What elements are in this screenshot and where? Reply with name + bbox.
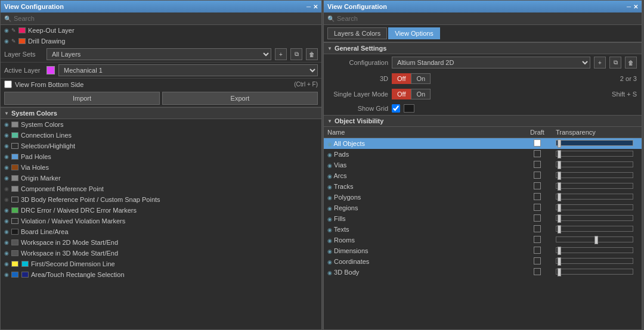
configuration-select[interactable]: Altium Standard 2D (392, 57, 590, 69)
left-pin-btn[interactable]: ─ (306, 4, 311, 10)
list-item[interactable]: ◉ Violation / Waived Violation Markers (1, 216, 321, 226)
visibility-eye[interactable]: ◉ (4, 261, 9, 267)
3d-on-btn[interactable]: On (411, 73, 431, 84)
export-button[interactable]: Export (162, 92, 318, 105)
single-layer-on-btn[interactable]: On (411, 89, 431, 99)
table-row[interactable]: ◉ Vias (324, 160, 642, 170)
view-from-bottom-checkbox[interactable] (4, 80, 12, 88)
visibility-eye[interactable]: ◉ (4, 143, 9, 149)
transparency-slider[interactable] (556, 204, 633, 210)
tab-view-options[interactable]: View Options (388, 27, 440, 39)
visibility-eye[interactable]: ◉ (4, 132, 9, 138)
table-row[interactable]: ◉ Texts (324, 224, 642, 235)
draft-checkbox[interactable] (534, 247, 541, 254)
layer-sets-copy-btn[interactable]: ⧉ (290, 48, 302, 60)
table-row[interactable]: ◉ Arcs (324, 170, 642, 181)
visibility-eye[interactable]: ◉ (4, 218, 9, 224)
list-item[interactable]: ◉ Workspace in 2D Mode Start/End (1, 237, 321, 248)
table-row[interactable]: ◉ Pads (324, 149, 642, 160)
transparency-slider[interactable] (556, 269, 633, 275)
list-item[interactable]: ◉ Origin Marker (1, 173, 321, 183)
table-row[interactable]: ◉ Fills (324, 213, 642, 224)
list-item[interactable]: ◉ DRC Error / Waived DRC Error Markers (1, 205, 321, 216)
import-button[interactable]: Import (4, 92, 160, 105)
obj-draft (522, 160, 552, 170)
table-row[interactable]: ◉ Polygons (324, 192, 642, 203)
visibility-eye[interactable]: ◉ (4, 122, 9, 127)
table-row[interactable]: ◉ 3D Body (324, 267, 642, 278)
visibility-eye[interactable]: ◉ (4, 197, 9, 203)
table-row[interactable]: ◉ Regions (324, 203, 642, 213)
transparency-slider[interactable] (556, 247, 633, 253)
list-item[interactable]: ◉ Area/Touch Rectangle Selection (1, 269, 321, 280)
list-item[interactable]: ◉ First/Second Dimension Line (1, 259, 321, 269)
right-search-input[interactable] (337, 15, 638, 22)
config-save-btn[interactable]: + (594, 57, 606, 69)
draft-checkbox[interactable] (534, 193, 541, 200)
show-grid-checkbox[interactable] (392, 104, 400, 113)
visibility-eye[interactable]: ◉ (4, 229, 9, 235)
transparency-slider[interactable] (556, 236, 633, 242)
config-copy-btn[interactable]: ⧉ (609, 57, 621, 69)
config-delete-btn[interactable]: 🗑 (625, 57, 637, 69)
list-item[interactable]: ◉ Component Reference Point (1, 183, 321, 194)
transparency-slider[interactable] (556, 194, 633, 200)
left-search-input[interactable] (14, 15, 318, 22)
visibility-eye[interactable]: ◉ (4, 38, 9, 44)
draft-checkbox[interactable] (534, 150, 541, 157)
layer-sets-add-btn[interactable]: + (275, 48, 287, 60)
visibility-eye[interactable]: ◉ (4, 154, 9, 160)
draft-checkbox[interactable] (534, 204, 541, 211)
draft-checkbox[interactable] (534, 225, 541, 232)
draft-checkbox[interactable] (534, 139, 541, 147)
list-item[interactable]: ◉ ✎ Drill Drawing (1, 36, 321, 46)
list-item[interactable]: ◉ Board Line/Area (1, 226, 321, 237)
list-item[interactable]: ◉ Via Holes (1, 162, 321, 173)
visibility-eye[interactable]: ◉ (4, 207, 9, 213)
table-row[interactable]: ◉ Coordinates (324, 256, 642, 267)
layer-sets-select[interactable]: All Layers (47, 48, 271, 60)
list-item[interactable]: ◉ Workspace in 3D Mode Start/End (1, 248, 321, 259)
draft-checkbox[interactable] (534, 172, 541, 179)
tab-layers-colors[interactable]: Layers & Colors (327, 27, 387, 39)
list-item[interactable]: ◉ 3D Body Reference Point / Custom Snap … (1, 194, 321, 205)
table-row[interactable]: ◉ All Objects (324, 138, 642, 150)
table-row[interactable]: ◉ Rooms (324, 235, 642, 245)
single-layer-off-btn[interactable]: Off (392, 89, 411, 99)
draft-checkbox[interactable] (534, 161, 541, 168)
visibility-eye[interactable]: ◉ (4, 164, 9, 170)
visibility-eye[interactable]: ◉ (4, 272, 9, 278)
transparency-slider[interactable] (556, 226, 633, 232)
table-row[interactable]: ◉ Tracks (324, 181, 642, 192)
grid-color-swatch[interactable] (404, 104, 414, 113)
transparency-slider[interactable] (556, 161, 633, 167)
list-item[interactable]: ◉ ✎ Keep-Out Layer (1, 25, 321, 36)
draft-checkbox[interactable] (534, 257, 541, 264)
visibility-eye[interactable]: ◉ (4, 239, 9, 245)
list-item[interactable]: ◉ Pad Holes (1, 151, 321, 162)
right-close-btn[interactable]: ✕ (633, 4, 638, 10)
visibility-eye[interactable]: ◉ (4, 250, 9, 256)
transparency-slider[interactable] (556, 258, 633, 264)
draft-checkbox[interactable] (534, 268, 541, 275)
transparency-slider[interactable] (556, 151, 633, 157)
list-item[interactable]: ◉ Connection Lines (1, 130, 321, 141)
transparency-slider[interactable] (556, 172, 633, 178)
right-pin-btn[interactable]: ─ (627, 4, 631, 10)
layer-sets-delete-btn[interactable]: 🗑 (306, 48, 318, 60)
transparency-slider[interactable] (556, 183, 633, 189)
list-item[interactable]: ◉ System Colors (1, 119, 321, 130)
active-layer-select[interactable]: Mechanical 1 (58, 64, 318, 76)
transparency-slider[interactable] (556, 140, 633, 146)
visibility-eye[interactable]: ◉ (4, 27, 9, 33)
visibility-eye[interactable]: ◉ (4, 175, 9, 181)
list-item[interactable]: ◉ Selection/Highlight (1, 141, 321, 151)
transparency-slider[interactable] (556, 215, 633, 221)
3d-off-btn[interactable]: Off (392, 73, 411, 84)
draft-checkbox[interactable] (534, 236, 541, 243)
draft-checkbox[interactable] (534, 214, 541, 222)
visibility-eye[interactable]: ◉ (4, 186, 9, 192)
left-close-btn[interactable]: ✕ (313, 4, 318, 10)
table-row[interactable]: ◉ Dimensions (324, 245, 642, 256)
draft-checkbox[interactable] (534, 182, 541, 189)
